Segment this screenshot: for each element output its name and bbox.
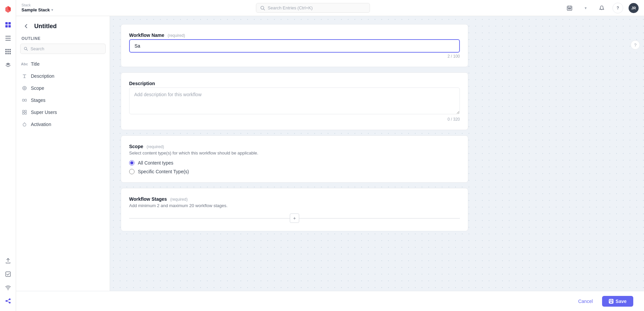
svg-rect-32 (25, 110, 26, 112)
description-textarea[interactable] (129, 87, 460, 114)
topbar: Stack Sample Stack ▾ Search Entries (Ctr… (16, 0, 644, 16)
svg-point-20 (9, 302, 10, 304)
svg-point-35 (23, 123, 26, 126)
nav-dashboard-icon[interactable] (2, 19, 14, 31)
nav-layers-icon[interactable] (2, 59, 14, 71)
svg-point-28 (24, 87, 25, 89)
scope-radio-group: All Content types Specific Content Type(… (129, 160, 460, 174)
radio-all-content-types[interactable]: All Content types (129, 160, 460, 166)
scope-icon (21, 85, 28, 91)
sidebar-title: Untitled (34, 23, 57, 30)
sidebar-item-stages[interactable]: Stages (16, 94, 110, 106)
bottom-bar: Cancel Save (16, 291, 644, 311)
back-button[interactable] (21, 21, 31, 31)
cancel-button[interactable]: Cancel (573, 296, 598, 307)
stack-label: Stack (21, 3, 62, 7)
svg-rect-38 (610, 301, 612, 303)
stages-title: Workflow Stages (required) (129, 196, 460, 202)
sidebar-item-scope[interactable]: Scope (16, 82, 110, 94)
svg-rect-16 (6, 272, 10, 276)
svg-rect-2 (5, 25, 8, 27)
radio-all-label: All Content types (138, 160, 173, 166)
activation-icon (21, 121, 28, 127)
workflow-name-input[interactable] (129, 39, 460, 53)
sidebar-superusers-label: Super Users (31, 110, 57, 115)
svg-rect-8 (7, 49, 9, 50)
superusers-icon (21, 109, 28, 115)
svg-rect-12 (9, 51, 11, 52)
svg-rect-29 (22, 99, 24, 101)
global-search-bar[interactable]: Search Entries (Ctrl+K) (66, 3, 560, 13)
help-icon[interactable]: ? (612, 3, 623, 13)
stages-line: + (129, 213, 460, 223)
svg-rect-34 (25, 113, 26, 114)
svg-rect-1 (8, 22, 11, 24)
nav-flow-icon[interactable] (2, 295, 14, 307)
svg-rect-5 (5, 38, 11, 39)
save-button[interactable]: Save (602, 296, 633, 307)
svg-rect-9 (9, 49, 11, 50)
nav-upload-icon[interactable] (2, 255, 14, 267)
svg-rect-10 (5, 51, 7, 52)
svg-rect-6 (5, 40, 11, 41)
svg-rect-13 (5, 53, 7, 54)
scope-title: Scope (required) (129, 144, 460, 149)
svg-rect-37 (610, 299, 612, 301)
radio-specific-input[interactable] (129, 169, 135, 174)
svg-point-27 (23, 86, 26, 90)
abc-icon: Abc (21, 61, 28, 67)
sidebar-item-title[interactable]: Abc Title (16, 58, 110, 70)
save-label: Save (615, 299, 627, 304)
stages-icon (21, 97, 28, 103)
chevron-down-icon: ▾ (51, 8, 53, 12)
stages-add-button[interactable]: + (290, 213, 299, 223)
sidebar-description-label: Description (31, 73, 54, 79)
sidebar-search[interactable] (20, 44, 106, 54)
sidebar-stages-label: Stages (31, 98, 46, 103)
content-area: Untitled Outline Abc Title (16, 16, 644, 311)
stack-name[interactable]: Sample Stack ▾ (21, 7, 62, 13)
sidebar-item-superusers[interactable]: Super Users (16, 106, 110, 118)
svg-rect-31 (22, 110, 24, 112)
stages-line-left (129, 218, 290, 219)
nav-check-icon[interactable] (2, 268, 14, 280)
svg-point-18 (5, 300, 7, 302)
description-title: Description (129, 81, 460, 86)
nav-wifi-icon[interactable] (2, 282, 14, 294)
sidebar-title-label: Title (31, 61, 40, 67)
svg-rect-4 (5, 36, 11, 37)
sidebar-item-activation[interactable]: Activation (16, 118, 110, 130)
scope-required: (required) (147, 144, 164, 149)
sidebar-search-input[interactable] (31, 46, 102, 51)
calendar-button[interactable] (564, 3, 575, 13)
workflow-name-section: Workflow Name (required) 2 / 100 (121, 24, 468, 67)
nav-grid-icon[interactable] (2, 46, 14, 58)
sidebar-item-description[interactable]: Description (16, 70, 110, 82)
app-logo[interactable] (3, 4, 13, 15)
user-avatar[interactable]: JR (629, 3, 639, 13)
outline-label: Outline (16, 36, 110, 44)
main-content: Workflow Name (required) 2 / 100 Descrip… (110, 16, 644, 311)
sidebar-scope-label: Scope (31, 85, 44, 91)
workflow-name-title: Workflow Name (required) (129, 33, 460, 38)
sidebar: Untitled Outline Abc Title (16, 16, 110, 311)
dropdown-button[interactable]: ▾ (580, 3, 591, 13)
floating-help-icon[interactable]: ? (631, 40, 640, 50)
svg-point-17 (7, 289, 8, 290)
notification-bell-icon[interactable] (596, 3, 607, 13)
nav-list-icon[interactable] (2, 32, 14, 44)
stack-info[interactable]: Stack Sample Stack ▾ (21, 3, 62, 13)
search-placeholder: Search Entries (Ctrl+K) (268, 5, 313, 10)
svg-rect-33 (22, 113, 24, 114)
radio-all-input[interactable] (129, 160, 135, 166)
svg-rect-0 (5, 22, 8, 24)
radio-specific-content-type[interactable]: Specific Content Type(s) (129, 169, 460, 174)
workflow-name-required: (required) (168, 33, 185, 38)
stages-section: Workflow Stages (required) Add minimum 2… (121, 188, 468, 231)
stages-line-right (299, 218, 460, 219)
topbar-actions: ▾ ? JR (564, 3, 639, 13)
scope-subtitle: Select content type(s) for which this wo… (129, 150, 460, 156)
scope-section: Scope (required) Select content type(s) … (121, 135, 468, 183)
stages-required: (required) (170, 197, 187, 202)
svg-rect-23 (568, 8, 569, 9)
